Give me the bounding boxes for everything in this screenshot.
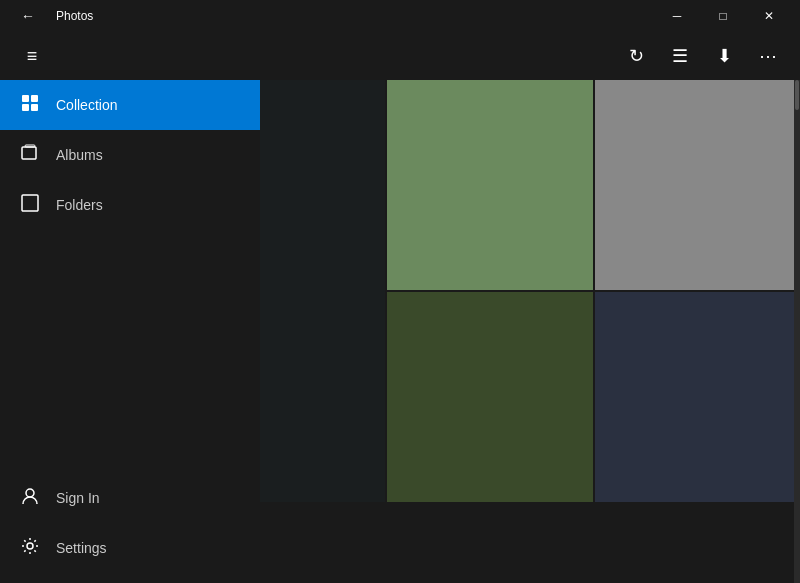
photo-cell-cat-lime[interactable] — [387, 292, 593, 502]
svg-rect-5 — [25, 145, 35, 147]
sidebar-item-collection[interactable]: Collection — [0, 80, 260, 130]
back-button[interactable]: ← — [8, 0, 48, 36]
close-button[interactable]: ✕ — [746, 0, 792, 32]
settings-label: Settings — [56, 540, 107, 556]
photo-cell-cat-side[interactable] — [260, 80, 385, 502]
sidebar-bottom: Sign In Settings — [0, 473, 260, 583]
more-button[interactable]: ⋯ — [748, 36, 788, 76]
app-title: Photos — [56, 9, 93, 23]
collection-label: Collection — [56, 97, 117, 113]
sidebar-item-signin[interactable]: Sign In — [0, 473, 260, 523]
refresh-button[interactable]: ↻ — [616, 36, 656, 76]
photo-cell-cat-keyboard[interactable] — [595, 292, 801, 502]
settings-icon — [20, 536, 40, 561]
menu-icon: ≡ — [27, 46, 38, 67]
svg-rect-2 — [22, 104, 29, 111]
main-layout: Collection Albums Folders — [0, 80, 800, 583]
sidebar-item-settings[interactable]: Settings — [0, 523, 260, 573]
svg-point-8 — [27, 543, 33, 549]
albums-label: Albums — [56, 147, 103, 163]
photo-cell-cat-round[interactable] — [387, 80, 593, 290]
svg-rect-3 — [31, 104, 38, 111]
svg-rect-1 — [31, 95, 38, 102]
photo-grid — [260, 80, 800, 583]
menu-button[interactable]: ≡ — [12, 36, 52, 76]
import-icon: ⬇ — [717, 45, 732, 67]
cat-round-image — [387, 80, 593, 290]
cat-keyboard-image — [595, 292, 801, 502]
sidebar: Collection Albums Folders — [0, 80, 260, 583]
svg-rect-4 — [22, 147, 36, 159]
filter-icon: ☰ — [672, 45, 688, 67]
photo-cell-cat-grey[interactable] — [595, 80, 801, 290]
minimize-button[interactable]: ─ — [654, 0, 700, 32]
folders-icon — [20, 193, 40, 218]
refresh-icon: ↻ — [629, 45, 644, 67]
signin-icon — [20, 486, 40, 511]
sidebar-item-folders[interactable]: Folders — [0, 180, 260, 230]
maximize-button[interactable]: □ — [700, 0, 746, 32]
window-controls: ─ □ ✕ — [654, 0, 792, 32]
svg-rect-0 — [22, 95, 29, 102]
svg-point-7 — [26, 489, 34, 497]
svg-rect-6 — [22, 195, 38, 211]
cat-lime-image — [387, 292, 593, 502]
scrollbar[interactable] — [794, 80, 800, 583]
cat-grey-image — [595, 80, 801, 290]
sidebar-nav: Collection Albums Folders — [0, 80, 260, 230]
cat-side-image — [260, 80, 385, 502]
toolbar-right: ↻ ☰ ⬇ ⋯ — [616, 36, 788, 76]
albums-icon — [20, 143, 40, 168]
toolbar-left: ≡ — [12, 36, 52, 76]
signin-label: Sign In — [56, 490, 100, 506]
title-bar: ← Photos ─ □ ✕ — [0, 0, 800, 32]
toolbar: ≡ ↻ ☰ ⬇ ⋯ — [0, 32, 800, 80]
scrollbar-thumb — [795, 80, 799, 110]
title-bar-left: ← Photos — [8, 0, 93, 36]
import-button[interactable]: ⬇ — [704, 36, 744, 76]
more-icon: ⋯ — [759, 45, 777, 67]
collection-icon — [20, 93, 40, 118]
sidebar-item-albums[interactable]: Albums — [0, 130, 260, 180]
content-area — [260, 80, 800, 583]
filter-button[interactable]: ☰ — [660, 36, 700, 76]
folders-label: Folders — [56, 197, 103, 213]
